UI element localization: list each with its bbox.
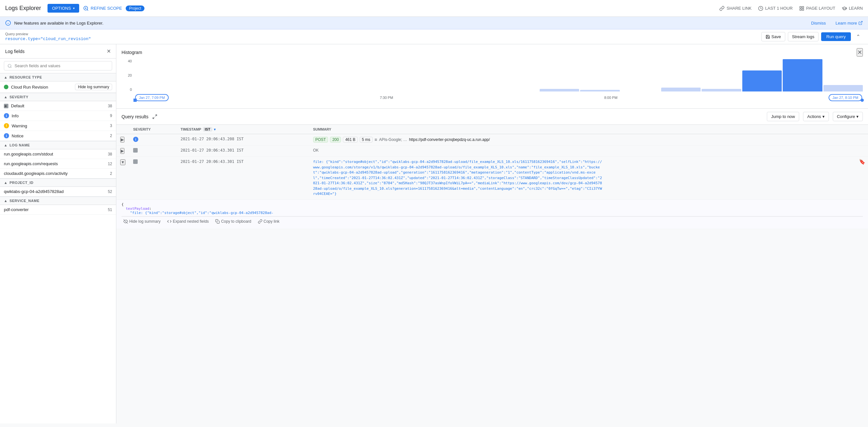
chevron-up-icon: ▲	[4, 75, 7, 79]
warning-dot-icon: !	[4, 123, 9, 128]
expand-row-2-button[interactable]: ▶	[120, 148, 124, 154]
bar	[580, 90, 619, 91]
copy-clipboard-button[interactable]: Copy to clipboard	[213, 218, 253, 224]
svg-rect-18	[217, 221, 219, 223]
field-activity[interactable]: cloudaudit.googleapis.com/activity 2	[0, 169, 116, 178]
hide-log-summary-button[interactable]: Hide log summary	[122, 218, 162, 224]
external-link-icon	[858, 21, 863, 25]
search-box[interactable]	[4, 61, 112, 70]
mid-time-label2: 8:00 PM	[604, 96, 618, 99]
expand-row-3-button[interactable]: ▼	[120, 159, 125, 165]
left-dot	[133, 99, 137, 102]
field-requests[interactable]: run.googleapis.com/requests 12	[0, 159, 116, 169]
table-row: ▼ 2021-01-27 20:06:43.301 IST file: {"ki…	[116, 157, 868, 200]
query-label: Query preview	[5, 32, 757, 36]
section-severity[interactable]: ▲ SEVERITY	[0, 93, 116, 101]
link-icon	[719, 6, 724, 11]
chevron-up-icon-proj: ▲	[4, 181, 7, 185]
share-link-button[interactable]: SHARE LINK	[719, 6, 751, 11]
refine-scope-link[interactable]: REFINE SCOPE	[83, 5, 122, 11]
severity-info-icon: i	[133, 137, 138, 142]
scope-icon	[83, 5, 89, 11]
layout-icon	[799, 6, 804, 11]
timestamp-1: 2021-01-27 20:06:43.208 IST	[177, 134, 309, 146]
svg-rect-8	[800, 9, 801, 10]
actions-button[interactable]: Actions ▾	[803, 112, 829, 121]
timestamp-3: 2021-01-27 20:06:43.301 IST	[177, 157, 309, 200]
search-icon	[7, 64, 12, 68]
severity-info-count: 9	[110, 114, 112, 118]
svg-line-1	[87, 9, 88, 10]
summary-1: POST 200 461 B 5 ms ≡ APIs-Google; … htt…	[309, 134, 868, 146]
bar-tallest	[783, 59, 822, 91]
field-notice[interactable]: i Notice 2	[0, 131, 116, 141]
sort-icon[interactable]: ▼	[213, 128, 217, 131]
expand-icon[interactable]	[152, 114, 157, 119]
svg-line-12	[860, 21, 862, 23]
nav-right: SHARE LINK LAST 1 HOUR PAGE LAYOUT LEARN	[719, 6, 863, 11]
pill-time: 5 ms	[360, 137, 373, 143]
chevron-down-icon-configure: ▾	[856, 114, 859, 119]
severity-default-label: Default	[11, 103, 105, 108]
mid-time-label: 7:30 PM	[380, 96, 393, 99]
field-cloud-run-revision[interactable]: Cloud Run Revision Hide log summary	[0, 82, 116, 93]
section-resource-type[interactable]: ▲ RESOURCE TYPE	[0, 73, 116, 82]
app-title: Logs Explorer	[5, 5, 41, 12]
field-stdout[interactable]: run.googleapis.com/stdout 38	[0, 149, 116, 159]
field-info[interactable]: i Info 9	[0, 111, 116, 121]
query-code[interactable]: resource.type="cloud_run_revision"	[5, 36, 757, 41]
severity-default-icon	[133, 148, 138, 153]
info-dot-icon: i	[4, 113, 9, 118]
expanded-content-row: { textPayload: "file: {"kind":"storage#o…	[116, 200, 868, 229]
bookmark-icon[interactable]: 🔖	[859, 159, 865, 165]
histogram-close-button[interactable]: ✕	[857, 48, 863, 57]
copy-link-button[interactable]: Copy link	[256, 218, 281, 224]
histogram-title: Histogram	[122, 50, 142, 55]
bars-icon: ≡	[375, 137, 377, 142]
learn-icon	[842, 6, 847, 11]
section-project-id[interactable]: ▲ PROJECT_ID	[0, 178, 116, 187]
svg-rect-5	[800, 6, 801, 8]
collapse-button[interactable]: ⌃	[854, 32, 863, 41]
section-service-name[interactable]: ▲ SERVICE_NAME	[0, 196, 116, 205]
svg-point-13	[8, 64, 11, 67]
green-dot-icon	[4, 85, 8, 89]
configure-button[interactable]: Configure ▾	[833, 112, 863, 121]
results-header: Query results Jump to now Actions ▾ Conf…	[116, 109, 868, 125]
clock-icon	[758, 6, 763, 11]
expand-row-1-button[interactable]: ▶	[120, 137, 124, 143]
stream-logs-button[interactable]: Stream logs	[788, 32, 818, 41]
learn-button[interactable]: LEARN	[842, 6, 863, 11]
field-service-name[interactable]: pdf-converter 51	[0, 205, 116, 215]
expand-nested-button[interactable]: Expand nested fields	[165, 218, 211, 224]
jump-to-now-button[interactable]: Jump to now	[767, 112, 799, 121]
field-warning[interactable]: ! Warning 3	[0, 121, 116, 131]
histogram-chart: 40 20 0	[122, 59, 863, 104]
notice-dot-icon: i	[4, 133, 9, 139]
results-section: Query results Jump to now Actions ▾ Conf…	[116, 109, 868, 423]
query-preview: Query preview resource.type="cloud_run_r…	[5, 32, 757, 41]
close-panel-button[interactable]: ✕	[106, 48, 111, 54]
banner: New features are available in the Logs E…	[0, 17, 868, 29]
field-default[interactable]: ✳ Default 38	[0, 101, 116, 111]
severity-notice-label: Notice	[12, 133, 107, 139]
run-query-button[interactable]: Run query	[821, 32, 851, 41]
clear-button[interactable]: Hide log summary	[75, 84, 112, 90]
learn-more-link[interactable]: Learn more	[836, 21, 863, 26]
table-body: ▶ i 2021-01-27 20:06:43.208 IST POST 200…	[116, 134, 868, 229]
options-button[interactable]: OPTIONS ▾	[48, 4, 79, 12]
section-log-name[interactable]: ▲ LOG NAME	[0, 141, 116, 149]
last-hour-button[interactable]: LAST 1 HOUR	[758, 6, 793, 11]
page-layout-button[interactable]: PAGE LAYOUT	[799, 6, 835, 11]
default-icon: ✳	[4, 104, 8, 108]
results-table: SEVERITY TIMESTAMP IST ▼ SUMMARY	[116, 125, 868, 423]
query-actions: Save Stream logs Run query ⌃	[762, 32, 863, 41]
dismiss-button[interactable]: Dismiss	[811, 21, 826, 26]
bar	[702, 89, 741, 91]
log-requests-label: run.googleapis.com/requests	[4, 161, 105, 166]
search-input[interactable]	[14, 63, 108, 68]
field-project-id[interactable]: qwiklabs-gcp-04-a2d9457828ad 52	[0, 187, 116, 196]
save-button[interactable]: Save	[762, 32, 785, 41]
summary-3: file: {"kind":"storage#object","id":"qwi…	[309, 157, 868, 200]
top-nav: Logs Explorer OPTIONS ▾ REFINE SCOPE Pro…	[0, 0, 868, 17]
